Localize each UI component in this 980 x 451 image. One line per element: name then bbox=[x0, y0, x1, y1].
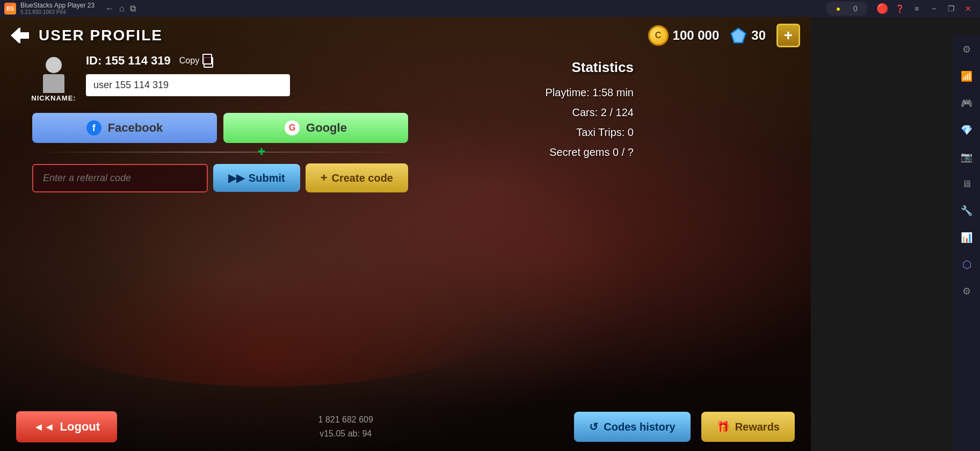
sidebar-icon-chart[interactable]: 📊 bbox=[957, 228, 976, 247]
nav-multi-icon[interactable]: ⧉ bbox=[130, 4, 136, 13]
google-button[interactable]: G Google bbox=[223, 113, 408, 143]
google-icon: G bbox=[285, 120, 300, 135]
page-title: USER PROFILE bbox=[39, 27, 163, 44]
copy-icon bbox=[202, 54, 214, 68]
sidebar-icon-config[interactable]: ⚙ bbox=[957, 282, 976, 301]
social-buttons: f Facebook G Google bbox=[32, 113, 408, 143]
submit-icon: ▶▶ bbox=[228, 171, 244, 184]
codes-history-icon: ↺ bbox=[589, 420, 598, 433]
gems-display: 30 bbox=[730, 27, 766, 44]
facebook-button[interactable]: f Facebook bbox=[32, 113, 217, 143]
menu-icon[interactable]: ≡ bbox=[909, 3, 924, 15]
copy-id-button[interactable]: Copy bbox=[179, 54, 214, 68]
top-bar: USER PROFILE C 100 000 30 bbox=[0, 17, 811, 54]
rewards-label: Rewards bbox=[735, 421, 780, 433]
app-name: BlueStacks App Player 23 bbox=[20, 2, 95, 9]
avatar-body bbox=[43, 74, 64, 93]
rewards-button[interactable]: 🎁 Rewards bbox=[701, 412, 795, 442]
statistics-title: Statistics bbox=[430, 59, 634, 76]
divider bbox=[32, 152, 408, 153]
nav-controls: ← ⌂ ⧉ bbox=[105, 4, 136, 13]
avatar-head bbox=[46, 57, 62, 73]
back-arrow-icon bbox=[11, 26, 30, 45]
coin-icon: C bbox=[648, 25, 669, 46]
spacer bbox=[0, 228, 811, 403]
profile-section: NICKNAME: ID: 155 114 319 Copy bbox=[32, 54, 408, 102]
help-icon[interactable]: ❓ bbox=[892, 3, 907, 15]
minimize-button[interactable]: − bbox=[926, 3, 941, 15]
nav-back-icon[interactable]: ← bbox=[105, 4, 114, 13]
window-controls: ● 0 🔴 ❓ ≡ − ❐ ✕ bbox=[826, 2, 976, 16]
copy-label: Copy bbox=[179, 56, 199, 66]
logout-icon: ◄◄ bbox=[33, 421, 55, 433]
submit-button[interactable]: ▶▶ Submit bbox=[213, 164, 300, 192]
version-info: 1 821 682 609 v15.05 ab: 94 bbox=[128, 413, 563, 440]
profile-info: ID: 155 114 319 Copy bbox=[86, 54, 408, 96]
logout-label: Logout bbox=[60, 420, 100, 434]
gem-value: 30 bbox=[751, 28, 766, 43]
version-line1: 1 821 682 609 bbox=[128, 413, 563, 427]
panel: USER PROFILE C 100 000 30 bbox=[0, 17, 811, 451]
sidebar-icon-signal[interactable]: 📶 bbox=[957, 67, 976, 86]
stat-secret-gems: Secret gems 0 / ? bbox=[430, 146, 634, 159]
facebook-icon: f bbox=[86, 120, 101, 135]
user-id: ID: 155 114 319 Copy bbox=[86, 54, 408, 68]
sidebar-icon-gamepad[interactable]: 🎮 bbox=[957, 94, 976, 113]
nickname-input[interactable] bbox=[86, 74, 290, 96]
codes-history-button[interactable]: ↺ Codes history bbox=[574, 412, 690, 442]
stat-playtime: Playtime: 1:58 min bbox=[430, 87, 634, 99]
referral-row: ▶▶ Submit + Create code bbox=[32, 163, 408, 192]
app-version: 5.21.650.1063 P64 bbox=[20, 9, 95, 16]
back-button[interactable] bbox=[11, 26, 30, 45]
stat-cars: Cars: 2 / 124 bbox=[430, 106, 634, 119]
stat-taxi-trips: Taxi Trips: 0 bbox=[430, 126, 634, 139]
nav-home-icon[interactable]: ⌂ bbox=[119, 4, 125, 13]
left-panel: NICKNAME: ID: 155 114 319 Copy bbox=[32, 54, 408, 228]
svg-marker-1 bbox=[11, 27, 28, 44]
facebook-label: Facebook bbox=[108, 121, 163, 135]
right-sidebar: ⚙ 📶 🎮 💎 📷 🖥 🔧 📊 ⬡ ⚙ bbox=[953, 34, 980, 451]
titlebar: BS BlueStacks App Player 23 5.21.650.106… bbox=[0, 0, 980, 17]
rewards-icon: 🎁 bbox=[716, 420, 730, 433]
nickname-label: NICKNAME: bbox=[31, 94, 76, 102]
codes-history-label: Codes history bbox=[604, 421, 675, 433]
create-code-label: Create code bbox=[332, 172, 394, 184]
coins-display: C 100 000 bbox=[648, 25, 720, 46]
game-area: USER PROFILE C 100 000 30 bbox=[0, 17, 811, 451]
avatar: NICKNAME: bbox=[32, 54, 75, 102]
top-right: C 100 000 30 + bbox=[648, 24, 800, 47]
sidebar-icon-discord[interactable]: ⬡ bbox=[957, 255, 976, 274]
add-currency-button[interactable]: + bbox=[776, 24, 800, 47]
close-button[interactable]: ✕ bbox=[961, 3, 976, 15]
sidebar-icon-gem[interactable]: 💎 bbox=[957, 120, 976, 140]
sidebar-icon-camera[interactable]: 📷 bbox=[957, 147, 976, 167]
app-logo: BS bbox=[4, 3, 16, 15]
logout-button[interactable]: ◄◄ Logout bbox=[16, 411, 117, 442]
submit-label: Submit bbox=[249, 172, 285, 184]
maximize-button[interactable]: ❐ bbox=[943, 3, 959, 15]
sidebar-icon-display[interactable]: 🖥 bbox=[957, 174, 976, 194]
create-code-button[interactable]: + Create code bbox=[306, 163, 408, 192]
titlebar-coin-count: 0 bbox=[848, 3, 863, 15]
sidebar-icon-settings[interactable]: ⚙ bbox=[957, 40, 976, 59]
content-area: NICKNAME: ID: 155 114 319 Copy bbox=[0, 54, 811, 228]
bluestacks-icon: 🔴 bbox=[875, 3, 890, 15]
right-panel: Statistics Playtime: 1:58 min Cars: 2 / … bbox=[430, 54, 634, 228]
coin-value: 100 000 bbox=[673, 28, 720, 43]
referral-code-input[interactable] bbox=[32, 164, 208, 192]
gem-icon bbox=[730, 27, 747, 44]
connection-plus-icon: + bbox=[258, 144, 265, 159]
titlebar-coin: ● 0 bbox=[826, 2, 867, 16]
sidebar-icon-tool[interactable]: 🔧 bbox=[957, 201, 976, 220]
bottom-bar: ◄◄ Logout 1 821 682 609 v15.05 ab: 94 ↺ … bbox=[0, 403, 811, 451]
version-line2: v15.05 ab: 94 bbox=[128, 427, 563, 441]
create-code-icon: + bbox=[321, 171, 328, 185]
user-id-text: ID: 155 114 319 bbox=[86, 54, 171, 68]
google-label: Google bbox=[306, 121, 347, 135]
